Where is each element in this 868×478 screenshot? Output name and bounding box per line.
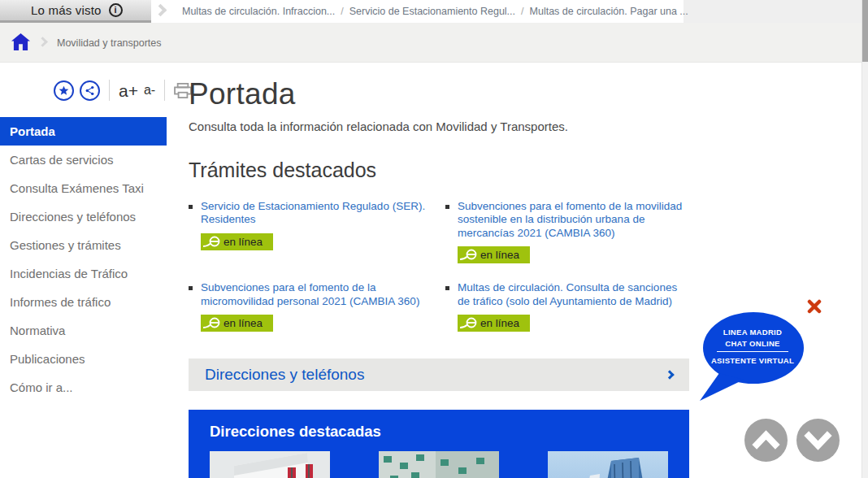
favorite-star-icon[interactable] (54, 80, 74, 101)
chat-assistant-widget[interactable]: LINEA MADRID CHAT ONLINE ASISTENTE VIRTU… (700, 311, 805, 402)
featured-links: Servicio de Estacionamiento Regulado (SE… (189, 200, 689, 333)
most-viewed-label: Lo más visto (31, 3, 102, 17)
en-linea-badge[interactable]: en línea (201, 233, 273, 250)
en-linea-badge[interactable]: en línea (458, 315, 530, 332)
font-increase-button[interactable]: a+ (119, 82, 138, 99)
directions-telefonos-bar[interactable]: Direcciones y teléfonos (189, 358, 689, 391)
scrollbar-track[interactable] (861, 0, 868, 478)
page-title: Portada (189, 77, 689, 111)
sidebar-menu: Portada Cartas de servicios Consulta Exá… (0, 117, 167, 402)
office-building-photo[interactable] (548, 451, 668, 478)
share-icon[interactable] (80, 80, 100, 101)
divider (109, 80, 110, 101)
top-bar: Lo más visto i Multas de circulación. In… (0, 0, 861, 23)
sidebar-item-como-ir-a[interactable]: Cómo ir a... (0, 373, 167, 402)
chat-line-3: ASISTENTE VIRTUAL (702, 356, 803, 365)
most-viewed-tab[interactable]: Lo más visto i (0, 0, 151, 23)
scroll-down-button[interactable] (796, 419, 840, 462)
link-subvenciones-micromovilidad[interactable]: Subvenciones para el fomento de la micro… (201, 281, 432, 308)
directions-bar-label: Direcciones y teléfonos (205, 366, 666, 384)
most-viewed-links: Multas de circulación. Infraccion... / S… (182, 0, 688, 23)
chat-close-icon[interactable] (807, 299, 822, 314)
sidebar-item-portada[interactable]: Portada (0, 117, 167, 146)
sidebar-item-direcciones-telefonos[interactable]: Direcciones y teléfonos (0, 202, 167, 231)
intro-text: Consulta toda la información relacionada… (189, 120, 689, 133)
scroll-up-button[interactable] (744, 419, 788, 462)
badge-label: en línea (224, 236, 263, 248)
en-linea-badge[interactable]: en línea (201, 315, 273, 332)
sidebar-item-cartas-de-servicios[interactable]: Cartas de servicios (0, 146, 167, 174)
online-icon (458, 316, 480, 330)
most-viewed-link-3[interactable]: Multas de circulación. Pagar una ... (530, 6, 688, 17)
sidebar-item-normativa[interactable]: Normativa (0, 316, 167, 345)
separator: / (521, 6, 523, 17)
directions-box-title: Direcciones destacadas (210, 423, 689, 441)
scrollbar-thumb[interactable] (862, 0, 868, 62)
most-viewed-link-1[interactable]: Multas de circulación. Infraccion... (182, 6, 335, 17)
badge-label: en línea (224, 317, 263, 329)
city-bus-photo[interactable] (379, 451, 499, 478)
chevron-up-icon (744, 419, 788, 462)
list-item: Subvenciones para el fomento de la movil… (445, 200, 689, 265)
separator: / (341, 6, 343, 17)
divider (164, 80, 165, 101)
sidebar-item-consulta-examenes-taxi[interactable]: Consulta Exámenes Taxi (0, 174, 167, 202)
online-icon (458, 248, 480, 262)
chevron-right-icon (37, 37, 48, 47)
link-ser-residentes[interactable]: Servicio de Estacionamiento Regulado (SE… (201, 200, 432, 227)
sidebar-item-gestiones-tramites[interactable]: Gestiones y trámites (0, 231, 167, 259)
link-multas-consulta-sanciones[interactable]: Multas de circulación. Consulta de sanci… (458, 281, 689, 308)
divider (717, 351, 788, 352)
list-item: Servicio de Estacionamiento Regulado (SE… (189, 200, 432, 265)
most-viewed-link-2[interactable]: Servicio de Estacionamiento Regul... (349, 6, 515, 17)
chevron-right-icon (154, 4, 167, 17)
badge-label: en línea (480, 317, 519, 329)
page-tools: a+ a- (54, 77, 192, 103)
sidebar-item-informes-trafico[interactable]: Informes de tráfico (0, 288, 167, 316)
en-linea-badge[interactable]: en línea (458, 246, 530, 263)
online-icon (201, 316, 224, 330)
chat-line-2: CHAT ONLINE (702, 339, 803, 348)
featured-heading: Trámites destacados (189, 159, 689, 182)
star-glyph (59, 85, 69, 96)
sidebar-item-incidencias-trafico[interactable]: Incidencias de Tráfico (0, 259, 167, 288)
link-subvenciones-movilidad-sostenible[interactable]: Subvenciones para el fomento de la movil… (458, 200, 689, 240)
online-icon (201, 235, 224, 249)
font-decrease-button[interactable]: a- (144, 84, 155, 97)
chevron-right-icon (665, 371, 674, 380)
breadcrumb-section[interactable]: Movilidad y transportes (57, 23, 162, 63)
home-icon[interactable] (11, 33, 30, 50)
municipal-building-photo[interactable] (210, 451, 330, 478)
breadcrumb-bar: Movilidad y transportes (0, 23, 861, 63)
list-item: Subvenciones para el fomento de la micro… (189, 281, 432, 333)
share-glyph (85, 85, 95, 96)
directions-destacadas-box: Direcciones destacadas (189, 410, 689, 478)
badge-label: en línea (480, 249, 519, 261)
chevron-down-icon (796, 419, 840, 462)
directions-photos (210, 451, 689, 478)
info-icon[interactable]: i (109, 3, 123, 17)
list-item: Multas de circulación. Consulta de sanci… (445, 281, 689, 333)
main-content: Portada Consulta toda la información rel… (189, 63, 689, 478)
chat-line-1: LINEA MADRID (702, 328, 803, 337)
sidebar-item-publicaciones[interactable]: Publicaciones (0, 345, 167, 373)
page: Lo más visto i Multas de circulación. In… (0, 0, 868, 478)
top-bar-filler (684, 0, 861, 23)
